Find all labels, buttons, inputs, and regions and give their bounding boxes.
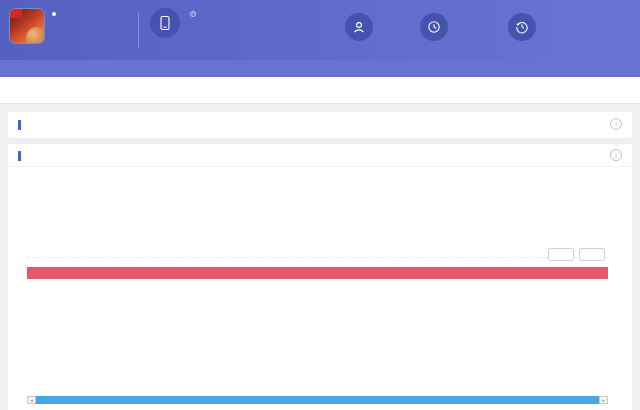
- fps-card: ↓ ◂ ▸: [8, 144, 632, 410]
- scrollbar-left-handle[interactable]: ◂: [27, 396, 36, 404]
- info-icon[interactable]: i: [190, 11, 196, 17]
- perfdog-report-page: i: [0, 0, 640, 410]
- fps-section-title: [18, 151, 27, 161]
- dashed-divider: [27, 257, 608, 258]
- metric-tabbar: [0, 77, 640, 104]
- overview-title: [18, 120, 27, 130]
- user-icon: [345, 13, 373, 41]
- bullet-icon: [52, 12, 56, 16]
- scrollbar-right-handle[interactable]: ▸: [599, 396, 608, 404]
- device-name: i: [188, 8, 196, 18]
- download-icon[interactable]: ↓: [610, 149, 622, 161]
- fps-stats-row-2: [18, 207, 622, 245]
- app-info: [10, 9, 60, 43]
- fps-jank-chart[interactable]: [8, 281, 632, 399]
- scene-label-band[interactable]: [27, 267, 608, 279]
- phone-icon: [150, 8, 180, 38]
- fps-stats-row-1: [18, 170, 622, 206]
- game-app-icon: [10, 9, 44, 43]
- upload-time-widget: [508, 13, 543, 41]
- duration-widget: [420, 13, 455, 41]
- fps-threshold-max-input[interactable]: [579, 248, 605, 261]
- accent-bar: [18, 151, 21, 161]
- clock-icon: [420, 13, 448, 41]
- creator-widget: [345, 13, 380, 41]
- report-body: ↓ ↓: [0, 104, 640, 410]
- accent-bar: [18, 120, 21, 130]
- history-icon: [508, 13, 536, 41]
- divider: [8, 166, 632, 167]
- fps-chart-header: [8, 248, 632, 265]
- device-info: i: [150, 8, 196, 38]
- fps-threshold-min-input[interactable]: [548, 248, 574, 261]
- remark-bar[interactable]: [0, 60, 640, 77]
- report-header: i: [0, 0, 640, 60]
- header-divider: [138, 12, 139, 48]
- overview-card: ↓: [8, 112, 632, 138]
- download-icon[interactable]: ↓: [610, 118, 622, 130]
- chart-scrollbar[interactable]: ◂ ▸: [27, 396, 608, 404]
